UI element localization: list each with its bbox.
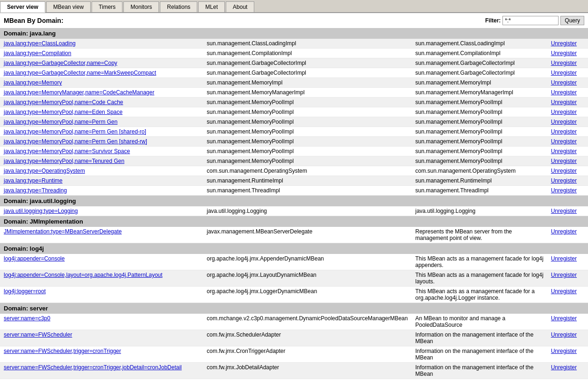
mbean-link[interactable]: java.lang:type=MemoryPool,name=Perm Gen …: [4, 128, 146, 135]
mbean-description: sun.management.ClassLoadingImpl: [411, 39, 547, 49]
page-title: MBean By Domain:: [4, 17, 64, 24]
mbean-class: javax.management.MBeanServerDelegate: [203, 227, 411, 243]
tab-mlet[interactable]: MLet: [198, 1, 225, 12]
mbean-class: com.fw.jmx.CronTriggerAdapter: [203, 346, 411, 363]
tab-timers[interactable]: Timers: [92, 1, 122, 12]
mbean-link[interactable]: java.lang:type=ClassLoading: [4, 40, 76, 47]
unregister-link[interactable]: Unregister: [551, 331, 577, 338]
unregister-link[interactable]: Unregister: [551, 364, 577, 371]
unregister-link[interactable]: Unregister: [551, 138, 577, 145]
mbean-link[interactable]: java.lang:type=MemoryPool,name=Tenured G…: [4, 158, 124, 164]
unregister-link[interactable]: Unregister: [551, 168, 577, 174]
mbean-link[interactable]: java.lang:type=GarbageCollector,name=Mar…: [4, 70, 156, 76]
table-row: server:name=c3p0com.mchange.v2.c3p0.mana…: [0, 314, 588, 330]
unregister-link[interactable]: Unregister: [551, 40, 577, 47]
unregister-link[interactable]: Unregister: [551, 119, 577, 125]
unregister-link[interactable]: Unregister: [551, 158, 577, 164]
mbean-class: sun.management.ThreadImpl: [203, 186, 411, 196]
mbean-link[interactable]: java.lang:type=Threading: [4, 187, 67, 194]
table-row: java.lang:type=MemoryPool,name=Code Cach…: [0, 98, 588, 107]
unregister-link[interactable]: Unregister: [551, 79, 577, 86]
unregister-link[interactable]: Unregister: [551, 228, 577, 235]
table-row: server:name=FWSchedulercom.fw.jmx.Schedu…: [0, 330, 588, 346]
mbean-link[interactable]: server:name=FWScheduler,trigger=cronTrig…: [4, 364, 182, 371]
unregister-link[interactable]: Unregister: [551, 177, 577, 184]
unregister-link[interactable]: Unregister: [551, 70, 577, 76]
mbean-description: sun.management.CompilationImpl: [411, 49, 547, 58]
mbean-class: sun.management.GarbageCollectorImpl: [203, 68, 411, 78]
mbean-link[interactable]: log4j:logger=root: [4, 288, 46, 295]
tab-monitors[interactable]: Monitors: [123, 1, 159, 12]
mbean-link[interactable]: log4j:appender=Console,layout=org.apache…: [4, 272, 163, 278]
tab-server-view[interactable]: Server view: [0, 1, 45, 13]
unregister-link[interactable]: Unregister: [551, 99, 577, 106]
tab-mbean-view[interactable]: MBean view: [46, 1, 91, 12]
mbean-description: Represents the MBean server from the man…: [411, 227, 547, 243]
mbean-link[interactable]: java.util.logging:type=Logging: [4, 208, 78, 214]
mbean-description: This MBean acts as a management facade f…: [411, 254, 547, 270]
mbean-link[interactable]: java.lang:type=MemoryPool,name=Perm Gen: [4, 119, 117, 125]
mbean-link[interactable]: server:name=c3p0: [4, 315, 50, 322]
mbean-class: org.apache.log4j.jmx.LoggerDynamicMBean: [203, 287, 411, 303]
mbean-description: sun.management.MemoryManagerImpl: [411, 88, 547, 98]
mbean-link[interactable]: java.lang:type=MemoryManager,name=CodeCa…: [4, 89, 154, 96]
mbean-link[interactable]: java.lang:type=GarbageCollector,name=Cop…: [4, 60, 117, 66]
unregister-link[interactable]: Unregister: [551, 348, 577, 354]
mbean-link[interactable]: log4j:appender=Console: [4, 255, 65, 262]
unregister-link[interactable]: Unregister: [551, 288, 577, 295]
table-row: java.lang:type=Runtimesun.management.Run…: [0, 176, 588, 186]
unregister-link[interactable]: Unregister: [551, 208, 577, 214]
mbean-description: com.sun.management.OperatingSystem: [411, 166, 547, 176]
mbean-class: sun.management.CompilationImpl: [203, 49, 411, 58]
mbean-link[interactable]: java.lang:type=MemoryPool,name=Survivor …: [4, 148, 130, 155]
table-row: java.lang:type=GarbageCollector,name=Cop…: [0, 58, 588, 68]
unregister-link[interactable]: Unregister: [551, 315, 577, 322]
mbean-link[interactable]: java.lang:type=MemoryPool,name=Perm Gen …: [4, 138, 147, 145]
table-row: java.lang:type=ClassLoadingsun.managemen…: [0, 39, 588, 49]
mbean-link[interactable]: java.lang:type=Runtime: [4, 177, 63, 184]
unregister-link[interactable]: Unregister: [551, 109, 577, 115]
table-row: JMImplementation:type=MBeanServerDelegat…: [0, 227, 588, 243]
mbean-link[interactable]: java.lang:type=OperatingSystem: [4, 168, 85, 174]
unregister-link[interactable]: Unregister: [551, 89, 577, 96]
tab-about[interactable]: About: [226, 1, 254, 12]
unregister-link[interactable]: Unregister: [551, 148, 577, 155]
filter-input[interactable]: [502, 16, 559, 25]
mbean-class: org.apache.log4j.jmx.LayoutDynamicMBean: [203, 270, 411, 287]
mbean-class: java.util.logging.Logging: [203, 206, 411, 216]
mbean-description: An MBean to monitor and manage a PooledD…: [411, 314, 547, 330]
table-row: java.lang:type=MemoryPool,name=Perm Gens…: [0, 117, 588, 127]
mbean-description: Information on the management interface …: [411, 363, 547, 379]
query-button[interactable]: Query: [560, 16, 584, 25]
table-row: java.lang:type=OperatingSystemcom.sun.ma…: [0, 166, 588, 176]
mbean-link[interactable]: java.lang:type=Compilation: [4, 50, 71, 56]
unregister-link[interactable]: Unregister: [551, 60, 577, 66]
unregister-link[interactable]: Unregister: [551, 128, 577, 135]
domain-header-row: Domain: log4j: [0, 243, 588, 254]
mbean-link[interactable]: java.lang:type=Memory: [4, 79, 62, 86]
mbean-description: sun.management.MemoryPoolImpl: [411, 147, 547, 156]
mbean-link[interactable]: JMImplementation:type=MBeanServerDelegat…: [4, 228, 122, 235]
unregister-link[interactable]: Unregister: [551, 255, 577, 262]
table-row: java.lang:type=MemoryManager,name=CodeCa…: [0, 88, 588, 98]
mbean-link[interactable]: java.lang:type=MemoryPool,name=Eden Spac…: [4, 109, 122, 115]
mbean-class: sun.management.MemoryPoolImpl: [203, 107, 411, 117]
mbean-class: sun.management.MemoryPoolImpl: [203, 127, 411, 137]
mbean-link[interactable]: java.lang:type=MemoryPool,name=Code Cach…: [4, 99, 123, 106]
mbean-description: sun.management.MemoryPoolImpl: [411, 107, 547, 117]
mbean-link[interactable]: server:name=FWScheduler: [4, 331, 72, 338]
unregister-link[interactable]: Unregister: [551, 272, 577, 278]
unregister-link[interactable]: Unregister: [551, 187, 577, 194]
tab-relations[interactable]: Relations: [160, 1, 197, 12]
table-row: java.lang:type=MemoryPool,name=Perm Gen …: [0, 127, 588, 137]
mbean-class: sun.management.MemoryPoolImpl: [203, 98, 411, 107]
domain-header-row: Domain: java.lang: [0, 28, 588, 39]
mbean-class: com.fw.jmx.JobDetailAdapter: [203, 363, 411, 379]
table-row: server:name=FWScheduler,trigger=cronTrig…: [0, 363, 588, 379]
mbean-link[interactable]: server:name=FWScheduler,trigger=cronTrig…: [4, 348, 121, 354]
header-row: MBean By Domain: Filter: Query: [0, 13, 588, 28]
unregister-link[interactable]: Unregister: [551, 50, 577, 56]
mbean-class: sun.management.MemoryPoolImpl: [203, 117, 411, 127]
table-row: java.lang:type=Threadingsun.management.T…: [0, 186, 588, 196]
mbean-description: sun.management.MemoryPoolImpl: [411, 156, 547, 166]
